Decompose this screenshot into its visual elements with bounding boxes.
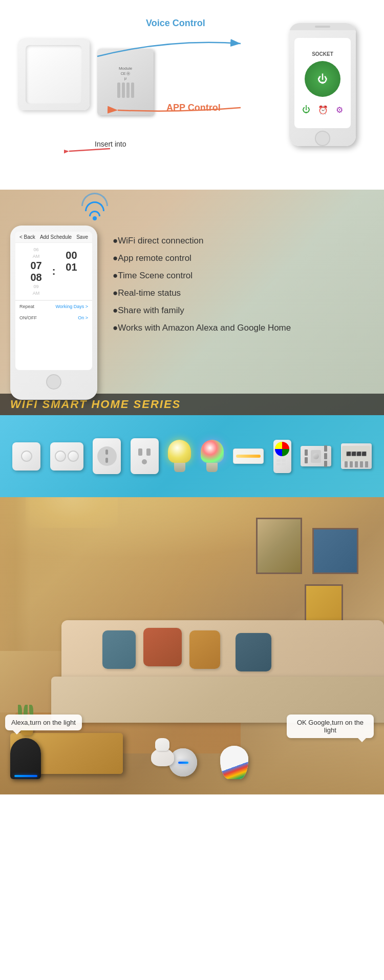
google-speech-bubble: OK Google,turn on the light <box>287 714 374 738</box>
pin-2 <box>350 461 353 467</box>
feature-share: ●Share with family <box>113 305 369 316</box>
voice-control-arrow <box>87 36 251 62</box>
product-warm-bulb <box>168 440 191 473</box>
socket-label: SOCKET <box>312 51 333 57</box>
phone-home-button <box>315 131 330 146</box>
rgb-remote-image <box>273 440 291 473</box>
google-bubble-text: OK Google,turn on the light <box>297 719 364 734</box>
pillow-1 <box>102 630 136 669</box>
alexa-bubble-text: Alexa,turn on the light <box>11 719 76 726</box>
feature-status: ●Real-time status <box>113 288 369 298</box>
google-home-speaker <box>220 746 248 779</box>
tea-cup-area <box>151 748 174 766</box>
back-button: < Back <box>19 234 35 240</box>
feature-wifi: ●WiFi direct connection <box>113 236 369 246</box>
relay-pins <box>345 461 368 467</box>
section-products-lineup: ⬛⬛⬛⬛ <box>0 415 384 497</box>
warm-bulb-image <box>168 440 191 473</box>
eu-socket-face <box>97 446 117 466</box>
pillow-2 <box>143 628 182 666</box>
pin-4 <box>360 461 363 467</box>
section-features: < Back Add Schedule Save 06 AM 07 08 09 … <box>0 190 384 415</box>
onoff-row: ON/OFF On > <box>15 312 92 323</box>
control-diagram: Module CE ⓔ μ SOCKET ⏻ <box>13 13 371 177</box>
rgb-bulb-head <box>201 440 224 463</box>
relay-module-image: ⬛⬛⬛⬛ <box>341 443 372 469</box>
section-voice-app-control: Module CE ⓔ μ SOCKET ⏻ <box>0 0 384 190</box>
us-socket-image <box>131 438 159 474</box>
schedule-header: < Back Add Schedule Save <box>15 232 92 243</box>
saucer <box>151 748 174 766</box>
product-led-controller <box>301 446 331 466</box>
touch-circle-1 <box>21 451 32 462</box>
phone-home-button-2 <box>46 374 61 390</box>
product-touch-switch-2 <box>50 442 83 471</box>
rgb-bulb-image <box>201 440 224 473</box>
warm-bulb-head <box>168 440 191 463</box>
pillow-4 <box>236 633 271 671</box>
eu-socket-image <box>93 438 121 474</box>
product-us-socket <box>131 438 159 474</box>
wall-switch-image <box>18 38 90 110</box>
repeat-row: Repeat Working Days > <box>15 300 92 312</box>
touch-circle-2b <box>68 451 79 462</box>
phone-schedule-mockup: < Back Add Schedule Save 06 AM 07 08 09 … <box>10 226 97 400</box>
couch-back <box>61 620 384 682</box>
cup <box>155 738 169 751</box>
wall-switch-plate <box>26 45 82 104</box>
pin-5 <box>365 461 368 467</box>
feature-time: ●Time Scene control <box>113 271 369 281</box>
wall-art-1 <box>256 518 302 574</box>
add-schedule-title: Add Schedule <box>40 234 72 240</box>
wifi-icon <box>82 200 108 220</box>
product-rgb-bulb <box>201 440 224 473</box>
alexa-speech-bubble: Alexa,turn on the light <box>5 714 82 730</box>
socket-icon: ⏻ <box>305 61 340 97</box>
feature-alexa-google: ●Works with Amazon Alexa and Google Home <box>113 323 369 333</box>
schedule-screen: < Back Add Schedule Save 06 AM 07 08 09 … <box>15 232 92 370</box>
feature-app: ●App remote control <box>113 253 369 263</box>
wall-art-2 <box>312 528 358 574</box>
voice-control-label: Voice Control <box>146 18 205 29</box>
warm-bulb-base <box>174 463 185 472</box>
remote-multicolor-circle <box>275 442 289 456</box>
touch-switch-2-image <box>50 442 83 471</box>
touch-switch-1-image <box>12 442 40 471</box>
product-rgb-remote <box>273 440 291 473</box>
led-strip-image <box>233 448 264 464</box>
product-eu-socket <box>93 438 121 474</box>
pin-3 <box>355 461 358 467</box>
phone-image: SOCKET ⏻ ⏻ ⏰ ⚙ <box>289 23 356 146</box>
led-controller-image <box>301 446 331 466</box>
pillow-3 <box>189 630 220 669</box>
touch-circle-2a <box>55 451 66 462</box>
features-list: ●WiFi direct connection ●App remote cont… <box>108 205 374 400</box>
product-touch-switch-1 <box>12 442 40 471</box>
app-control-arrow <box>108 100 251 120</box>
pin-1 <box>345 461 348 467</box>
alexa-echo-speaker <box>10 738 41 779</box>
rgb-bulb-base <box>206 463 218 472</box>
alexa-ring <box>14 775 37 777</box>
features-content-area: < Back Add Schedule Save 06 AM 07 08 09 … <box>0 190 384 415</box>
save-label: Save <box>76 234 88 240</box>
product-led-strip <box>233 448 264 464</box>
product-relay-module: ⬛⬛⬛⬛ <box>341 443 372 469</box>
phone-screen: SOCKET ⏻ ⏻ ⏰ ⚙ <box>294 38 351 129</box>
insert-label: Insert into <box>95 140 126 148</box>
section-living-room: Alexa,turn on the light OK Google,turn o… <box>0 497 384 794</box>
